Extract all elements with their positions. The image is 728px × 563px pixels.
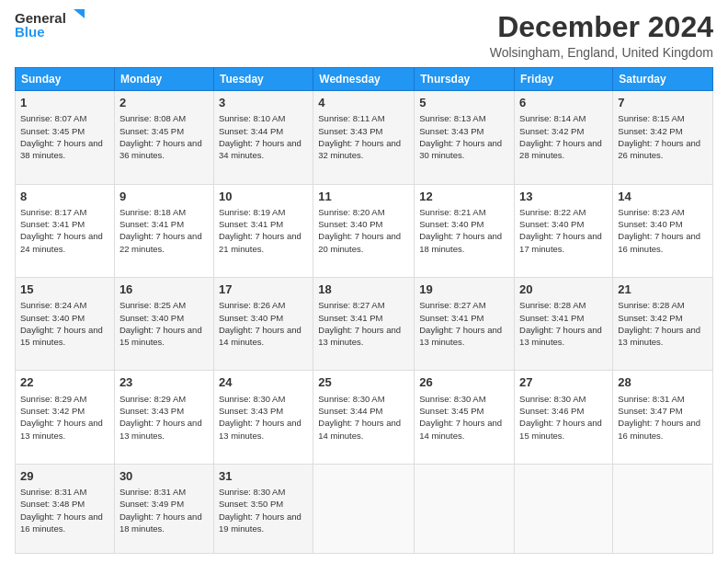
table-row: 8Sunrise: 8:17 AMSunset: 3:41 PMDaylight… — [16, 184, 115, 277]
table-row: 31Sunrise: 8:30 AMSunset: 3:50 PMDayligh… — [213, 464, 313, 553]
table-row: 2Sunrise: 8:08 AMSunset: 3:45 PMDaylight… — [114, 91, 213, 184]
col-friday: Friday — [515, 68, 613, 91]
table-row: 6Sunrise: 8:14 AMSunset: 3:42 PMDaylight… — [515, 91, 613, 184]
col-thursday: Thursday — [415, 68, 515, 91]
col-saturday: Saturday — [613, 68, 713, 91]
table-row: 22Sunrise: 8:29 AMSunset: 3:42 PMDayligh… — [16, 371, 115, 464]
header: General Blue December 2024 Wolsingham, E… — [15, 11, 713, 60]
table-row: 20Sunrise: 8:28 AMSunset: 3:41 PMDayligh… — [515, 278, 613, 371]
col-wednesday: Wednesday — [313, 68, 415, 91]
table-row: 3Sunrise: 8:10 AMSunset: 3:44 PMDaylight… — [213, 91, 313, 184]
table-row: 18Sunrise: 8:27 AMSunset: 3:41 PMDayligh… — [313, 278, 415, 371]
table-row: 1Sunrise: 8:07 AMSunset: 3:45 PMDaylight… — [16, 91, 115, 184]
col-tuesday: Tuesday — [213, 68, 313, 91]
table-row: 7Sunrise: 8:15 AMSunset: 3:42 PMDaylight… — [613, 91, 713, 184]
table-row: 26Sunrise: 8:30 AMSunset: 3:45 PMDayligh… — [415, 371, 515, 464]
calendar-page: General Blue December 2024 Wolsingham, E… — [0, 0, 728, 563]
table-row: 9Sunrise: 8:18 AMSunset: 3:41 PMDaylight… — [114, 184, 213, 277]
table-row: 16Sunrise: 8:25 AMSunset: 3:40 PMDayligh… — [114, 278, 213, 371]
col-sunday: Sunday — [16, 68, 115, 91]
table-row: 29Sunrise: 8:31 AMSunset: 3:48 PMDayligh… — [16, 464, 115, 553]
table-row: 27Sunrise: 8:30 AMSunset: 3:46 PMDayligh… — [515, 371, 613, 464]
table-row: 25Sunrise: 8:30 AMSunset: 3:44 PMDayligh… — [313, 371, 415, 464]
table-row: 14Sunrise: 8:23 AMSunset: 3:40 PMDayligh… — [613, 184, 713, 277]
table-row: 30Sunrise: 8:31 AMSunset: 3:49 PMDayligh… — [114, 464, 213, 553]
table-row: 28Sunrise: 8:31 AMSunset: 3:47 PMDayligh… — [613, 371, 713, 464]
table-row: 19Sunrise: 8:27 AMSunset: 3:41 PMDayligh… — [415, 278, 515, 371]
logo: General Blue — [15, 11, 86, 40]
table-row: 10Sunrise: 8:19 AMSunset: 3:41 PMDayligh… — [213, 184, 313, 277]
table-row — [613, 464, 713, 553]
table-row: 24Sunrise: 8:30 AMSunset: 3:43 PMDayligh… — [213, 371, 313, 464]
table-row — [415, 464, 515, 553]
table-row — [515, 464, 613, 553]
table-row: 12Sunrise: 8:21 AMSunset: 3:40 PMDayligh… — [415, 184, 515, 277]
table-row: 15Sunrise: 8:24 AMSunset: 3:40 PMDayligh… — [16, 278, 115, 371]
table-row: 11Sunrise: 8:20 AMSunset: 3:40 PMDayligh… — [313, 184, 415, 277]
header-row: Sunday Monday Tuesday Wednesday Thursday… — [16, 68, 713, 91]
month-title: December 2024 — [490, 11, 713, 43]
calendar-table: Sunday Monday Tuesday Wednesday Thursday… — [15, 67, 713, 554]
col-monday: Monday — [114, 68, 213, 91]
table-row — [313, 464, 415, 553]
location: Wolsingham, England, United Kingdom — [490, 45, 713, 60]
table-row: 4Sunrise: 8:11 AMSunset: 3:43 PMDaylight… — [313, 91, 415, 184]
table-row: 23Sunrise: 8:29 AMSunset: 3:43 PMDayligh… — [114, 371, 213, 464]
svg-marker-0 — [74, 9, 85, 18]
table-row: 5Sunrise: 8:13 AMSunset: 3:43 PMDaylight… — [415, 91, 515, 184]
title-block: December 2024 Wolsingham, England, Unite… — [490, 11, 713, 60]
table-row: 17Sunrise: 8:26 AMSunset: 3:40 PMDayligh… — [213, 278, 313, 371]
table-row: 13Sunrise: 8:22 AMSunset: 3:40 PMDayligh… — [515, 184, 613, 277]
table-row: 21Sunrise: 8:28 AMSunset: 3:42 PMDayligh… — [613, 278, 713, 371]
